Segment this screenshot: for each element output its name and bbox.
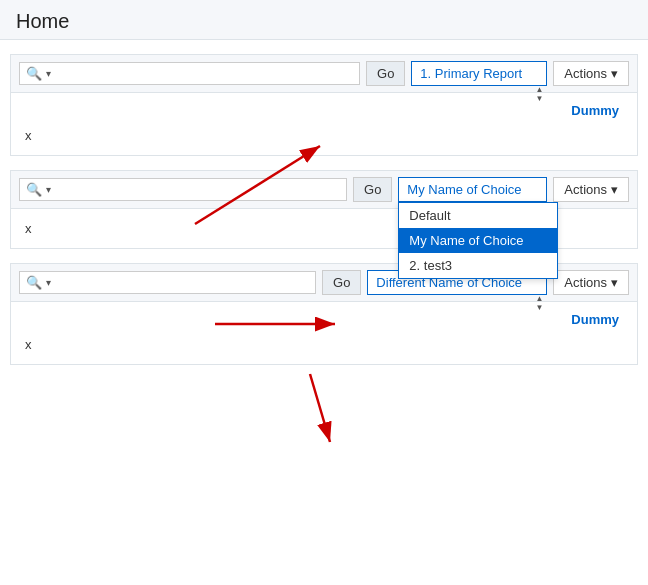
section-body-3: Dummy x [11,302,637,364]
search-box-1[interactable]: 🔍 ▾ [19,62,360,85]
go-button-2[interactable]: Go [353,177,392,202]
search-input-1[interactable] [55,66,353,81]
report-select-container-2: My Name of Choice ▲ ▼ Default My Name of… [398,177,547,202]
toolbar-1: 🔍 ▾ Go 1. Primary Report ▲ ▼ Actions ▾ [11,55,637,93]
page-header: Home [0,0,648,40]
search-icon-3: 🔍 [26,275,42,290]
go-button-1[interactable]: Go [366,61,405,86]
search-input-3[interactable] [55,275,309,290]
chevron-icon-1: ▾ [46,68,51,79]
actions-button-3[interactable]: Actions ▾ [553,270,629,295]
section-body-1: Dummy x [11,93,637,155]
actions-button-2[interactable]: Actions ▾ [553,177,629,202]
report-select-1[interactable]: 1. Primary Report [411,61,547,86]
section-1: 🔍 ▾ Go 1. Primary Report ▲ ▼ Actions ▾ D… [10,54,638,156]
section-2: 🔍 ▾ Go My Name of Choice ▲ ▼ Default My … [10,170,638,249]
dropdown-item-test3[interactable]: 2. test3 [399,253,557,278]
chevron-down-icon-2: ▾ [611,182,618,197]
chevron-down-icon-3: ▾ [611,275,618,290]
chevron-icon-2: ▾ [46,184,51,195]
dropdown-item-default[interactable]: Default [399,203,557,228]
dummy-link-3[interactable]: Dummy [21,308,627,331]
row-label-1: x [21,122,627,149]
actions-button-1[interactable]: Actions ▾ [553,61,629,86]
go-button-3[interactable]: Go [322,270,361,295]
dropdown-item-my-name[interactable]: My Name of Choice [399,228,557,253]
report-select-container-1: 1. Primary Report ▲ ▼ [411,61,547,86]
dummy-link-1[interactable]: Dummy [21,99,627,122]
svg-line-3 [310,374,330,442]
chevron-down-icon-1: ▾ [611,66,618,81]
search-icon-2: 🔍 [26,182,42,197]
search-box-3[interactable]: 🔍 ▾ [19,271,316,294]
dropdown-popup-2: Default My Name of Choice 2. test3 [398,202,558,279]
search-input-2[interactable] [55,182,340,197]
chevron-icon-3: ▾ [46,277,51,288]
search-box-2[interactable]: 🔍 ▾ [19,178,347,201]
page-title: Home [16,10,632,33]
toolbar-2: 🔍 ▾ Go My Name of Choice ▲ ▼ Default My … [11,171,637,209]
row-label-3: x [21,331,627,358]
search-icon-1: 🔍 [26,66,42,81]
report-select-2[interactable]: My Name of Choice [398,177,547,202]
